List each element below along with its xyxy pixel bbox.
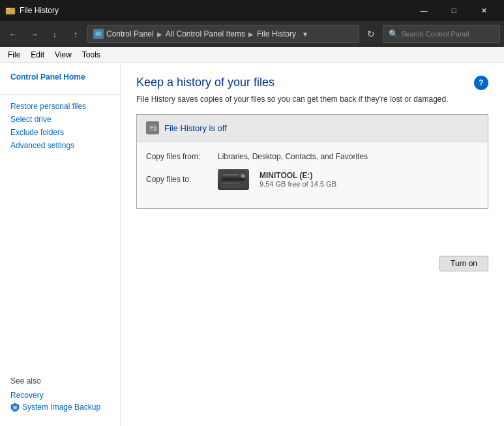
sidebar-system-image-backup-link[interactable]: W System Image Backup	[10, 401, 110, 413]
see-also-label: See also	[10, 376, 110, 386]
minimize-button[interactable]: —	[409, 0, 439, 21]
app-icon	[5, 5, 16, 16]
address-icon	[93, 29, 104, 39]
drive-icon	[218, 169, 249, 190]
down-button[interactable]: ↓	[46, 25, 64, 43]
file-history-panel: File History is off Copy files from: Lib…	[136, 114, 488, 209]
main-window: Control Panel Home Restore personal file…	[0, 63, 504, 426]
sidebar-select-drive[interactable]: Select drive	[0, 113, 120, 126]
address-path: Control Panel ▶ All Control Panel Items …	[106, 29, 296, 38]
file-history-status: File History is off	[164, 123, 227, 133]
drive-info: MINITOOL (E:) 9.54 GB free of 14.5 GB	[218, 169, 336, 190]
path-segment-2: All Control Panel Items	[166, 29, 245, 38]
help-button[interactable]: ?	[474, 76, 488, 90]
file-history-panel-header: File History is off	[137, 115, 488, 142]
path-segment-3: File History	[257, 29, 296, 38]
drive-name: MINITOOL (E:)	[259, 171, 336, 180]
file-history-info: Copy files from: Libraries, Desktop, Con…	[146, 152, 479, 198]
menu-view[interactable]: View	[50, 49, 77, 61]
svg-rect-2	[7, 9, 9, 14]
refresh-button[interactable]: ↻	[362, 25, 380, 43]
copy-from-value: Libraries, Desktop, Contacts, and Favori…	[218, 152, 368, 161]
svg-point-13	[241, 174, 245, 177]
shield-icon: W	[10, 403, 20, 412]
menu-file[interactable]: File	[3, 49, 25, 61]
close-button[interactable]: ✕	[469, 0, 499, 21]
sidebar-divider	[0, 94, 120, 95]
sidebar-restore-personal-files[interactable]: Restore personal files	[0, 100, 120, 113]
search-placeholder: Search Control Panel	[401, 30, 469, 38]
search-box[interactable]: 🔍 Search Control Panel	[383, 25, 500, 43]
svg-text:W: W	[13, 406, 17, 410]
title-bar: File History — □ ✕	[0, 0, 504, 21]
content-area: Keep a history of your files File Histor…	[121, 63, 504, 426]
copy-to-label: Copy files to:	[146, 175, 218, 184]
svg-rect-8	[150, 126, 153, 127]
address-bar: ← → ↓ ↑ Control Panel ▶ All Control Pane…	[0, 21, 504, 47]
sidebar-advanced-settings[interactable]: Advanced settings	[0, 139, 120, 152]
page-title: Keep a history of your files	[136, 76, 488, 89]
up-button[interactable]: ↑	[67, 25, 85, 43]
svg-rect-12	[222, 177, 245, 181]
svg-rect-9	[150, 127, 153, 128]
search-icon: 🔍	[389, 29, 398, 38]
back-button[interactable]: ←	[4, 25, 22, 43]
address-dropdown-button[interactable]: ▼	[299, 25, 312, 43]
copy-to-row: Copy files to:	[146, 169, 479, 190]
menu-tools[interactable]: Tools	[77, 49, 106, 61]
drive-space: 9.54 GB free of 14.5 GB	[259, 180, 336, 188]
svg-rect-10	[150, 129, 152, 129]
file-history-panel-icon	[146, 121, 159, 134]
path-segment-1: Control Panel	[106, 29, 154, 38]
sidebar-recovery-link[interactable]: Recovery	[10, 389, 110, 401]
address-input[interactable]: Control Panel ▶ All Control Panel Items …	[87, 25, 359, 43]
window-controls: — □ ✕	[409, 0, 499, 21]
menu-edit[interactable]: Edit	[25, 49, 50, 61]
svg-rect-14	[223, 174, 239, 175]
file-history-panel-body: Copy files from: Libraries, Desktop, Con…	[137, 142, 488, 208]
svg-rect-11	[220, 170, 247, 189]
system-image-backup-label: System Image Backup	[22, 403, 100, 412]
menu-bar: File Edit View Tools	[0, 47, 504, 63]
drive-details: MINITOOL (E:) 9.54 GB free of 14.5 GB	[259, 171, 336, 188]
svg-rect-4	[96, 33, 101, 33]
page-description: File History saves copies of your files …	[136, 95, 488, 104]
svg-rect-15	[223, 183, 239, 184]
maximize-button[interactable]: □	[439, 0, 469, 21]
copy-from-label: Copy files from:	[146, 152, 218, 161]
copy-from-row: Copy files from: Libraries, Desktop, Con…	[146, 152, 479, 161]
recovery-label: Recovery	[10, 391, 44, 400]
sidebar-exclude-folders[interactable]: Exclude folders	[0, 126, 120, 139]
turn-on-button[interactable]: Turn on	[439, 256, 488, 271]
sidebar-see-also: See also Recovery W System Image Backup	[0, 369, 120, 418]
svg-rect-5	[96, 34, 100, 35]
forward-button[interactable]: →	[25, 25, 43, 43]
window-title: File History	[20, 6, 409, 15]
sidebar: Control Panel Home Restore personal file…	[0, 63, 121, 426]
sidebar-control-panel-home[interactable]: Control Panel Home	[0, 70, 120, 84]
